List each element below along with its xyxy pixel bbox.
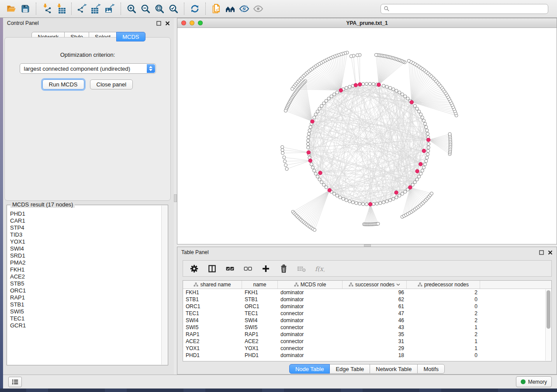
cell: 0 xyxy=(407,296,480,303)
hide-selected-icon[interactable] xyxy=(237,2,251,16)
mcds-result-item[interactable]: FKH1 xyxy=(10,266,161,273)
mcds-result-item[interactable]: ORC1 xyxy=(10,287,161,294)
cell: 2 xyxy=(407,331,480,337)
zoom-selected-icon[interactable] xyxy=(166,2,180,16)
search-input[interactable] xyxy=(390,5,545,13)
export-document-icon[interactable] xyxy=(209,2,223,16)
float-panel-icon[interactable] xyxy=(156,21,161,26)
attribute-type-icon xyxy=(294,282,299,287)
export-table-icon[interactable] xyxy=(89,2,103,16)
mcds-result-item[interactable]: PMA2 xyxy=(10,259,161,266)
mcds-result-item[interactable]: STB5 xyxy=(10,280,161,287)
mcds-tab-content: Optimization criterion: largest connecte… xyxy=(4,37,171,201)
mcds-result-item[interactable]: CAR1 xyxy=(10,217,161,224)
scrollbar-thumb[interactable] xyxy=(547,290,550,329)
mcds-result-item[interactable]: RAP1 xyxy=(10,294,161,301)
tab-mcds[interactable]: MCDS xyxy=(116,32,145,41)
network-window-titlebar: YPA_prune.txt_1 xyxy=(177,18,557,28)
table-row[interactable]: ORC1ORC1dominator610 xyxy=(183,303,551,310)
cell: dominator xyxy=(278,296,343,303)
export-network-icon[interactable] xyxy=(75,2,89,16)
table-row[interactable]: ACE2ACE2connector311 xyxy=(183,338,551,345)
close-panel-icon[interactable] xyxy=(548,250,553,255)
attribute-type-icon xyxy=(418,282,422,287)
cell: FKH1 xyxy=(242,289,278,296)
table-row[interactable]: SWI4SWI4dominator462 xyxy=(183,317,551,324)
column-header-MCDS-role[interactable]: MCDS role xyxy=(278,281,343,289)
deselect-all-glyph xyxy=(243,264,253,274)
cell: dominator xyxy=(278,317,343,323)
network-canvas[interactable] xyxy=(177,28,557,244)
add-row-icon[interactable] xyxy=(260,263,271,274)
tab-motifs[interactable]: Motifs xyxy=(417,364,445,374)
table-scrollbar[interactable] xyxy=(545,289,551,361)
deselect-all-icon[interactable] xyxy=(242,263,253,274)
column-label: name xyxy=(253,282,266,288)
mcds-result-item[interactable]: STB1 xyxy=(10,301,161,308)
cell: 1 xyxy=(407,338,480,344)
status-bar: Memory xyxy=(3,375,557,389)
table-row[interactable]: SWI5SWI5connector431 xyxy=(183,324,551,331)
import-network-icon[interactable] xyxy=(40,2,54,16)
network-overview-icon[interactable] xyxy=(223,2,237,16)
tab-network-table[interactable]: Network Table xyxy=(370,364,418,374)
vertical-splitter[interactable] xyxy=(174,18,177,375)
column-header-name[interactable]: name xyxy=(242,281,278,289)
tab-edge-table[interactable]: Edge Table xyxy=(329,364,370,374)
cell: 96 xyxy=(343,289,407,296)
zoom-in-icon[interactable] xyxy=(125,2,138,16)
run-mcds-button[interactable]: Run MCDS xyxy=(42,79,84,89)
mcds-result-item[interactable]: SWI5 xyxy=(10,308,161,315)
mcds-result-item[interactable]: STP4 xyxy=(10,224,161,231)
control-panel-title: Control Panel xyxy=(7,20,39,26)
criterion-dropdown[interactable]: largest connected component (undirected) xyxy=(20,63,156,74)
table-row[interactable]: STB1STB1dominator620 xyxy=(183,296,551,303)
cell: connector xyxy=(278,310,343,316)
close-panel-button[interactable]: Close panel xyxy=(90,79,133,89)
toolbar-separator xyxy=(36,3,36,15)
column-header-successor-nodes[interactable]: successor nodes xyxy=(343,281,407,289)
close-panel-icon[interactable] xyxy=(165,21,170,26)
toolbar-separator xyxy=(71,3,72,15)
mcds-result-item[interactable]: ACE2 xyxy=(10,273,161,280)
import-table-icon[interactable] xyxy=(54,2,68,16)
mcds-result-item[interactable]: TID3 xyxy=(10,231,161,238)
delete-rows-icon[interactable] xyxy=(278,263,289,274)
table-settings-icon[interactable] xyxy=(188,263,200,274)
show-columns-icon[interactable] xyxy=(206,263,218,274)
save-session-icon[interactable] xyxy=(18,2,32,16)
cell: 31 xyxy=(343,338,407,344)
table-row[interactable]: YOX1YOX1connector291 xyxy=(183,345,551,352)
column-header-shared-name[interactable]: shared name xyxy=(183,281,242,289)
memory-button[interactable]: Memory xyxy=(516,376,552,387)
tab-node-table[interactable]: Node Table xyxy=(289,364,330,374)
show-hidden-icon[interactable] xyxy=(251,2,265,16)
table-row[interactable]: FKH1FKH1dominator962 xyxy=(183,289,551,296)
mcds-result-item[interactable]: YOX1 xyxy=(10,238,161,245)
zoom-window-button[interactable] xyxy=(198,21,203,25)
cell: dominator xyxy=(278,331,343,337)
svg-text:f(x): f(x) xyxy=(315,265,324,272)
splitter-grip[interactable] xyxy=(174,194,177,202)
mcds-result-item[interactable]: SRD1 xyxy=(10,252,161,259)
mcds-result-item[interactable]: SWI4 xyxy=(10,245,161,252)
mcds-list-scrollbar[interactable] xyxy=(161,206,167,364)
mcds-result-item[interactable]: TEC1 xyxy=(10,315,161,322)
refresh-view-icon[interactable] xyxy=(188,2,202,16)
float-panel-icon[interactable] xyxy=(539,250,544,255)
export-image-icon[interactable] xyxy=(103,2,117,16)
panel-menu-button[interactable] xyxy=(8,377,22,387)
select-all-icon[interactable] xyxy=(224,263,235,274)
minimize-window-button[interactable] xyxy=(190,21,194,25)
table-row[interactable]: RAP1RAP1dominator352 xyxy=(183,331,551,338)
zoom-fit-icon[interactable] xyxy=(152,2,166,16)
mcds-result-item[interactable]: PHD1 xyxy=(10,210,161,217)
close-window-button[interactable] xyxy=(181,21,186,25)
column-header-predecessor-nodes[interactable]: predecessor nodes xyxy=(407,281,480,289)
table-row[interactable]: TEC1TEC1connector472 xyxy=(183,310,551,317)
mcds-result-item[interactable]: GCR1 xyxy=(10,322,161,329)
table-row[interactable]: PHD1PHD1dominator180 xyxy=(183,352,551,359)
export-table-glyph xyxy=(91,3,101,14)
zoom-out-icon[interactable] xyxy=(138,2,152,16)
open-file-icon[interactable] xyxy=(4,2,18,16)
